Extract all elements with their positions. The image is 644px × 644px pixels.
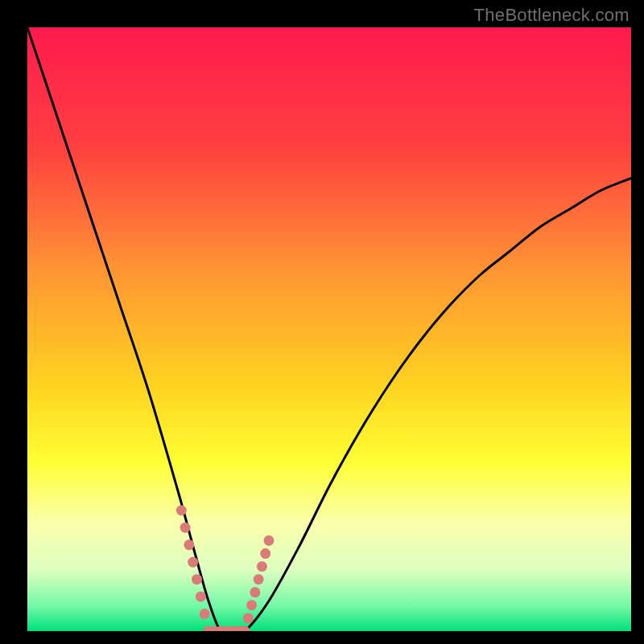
dot <box>184 539 194 550</box>
watermark-text: TheBottleneck.com <box>474 5 630 26</box>
dotted-overlay <box>176 506 275 632</box>
frame-bottom <box>0 631 644 644</box>
dot <box>257 561 267 572</box>
dot <box>260 548 270 559</box>
plot-area <box>27 27 631 631</box>
dot <box>176 506 187 516</box>
curve-layer <box>27 27 631 631</box>
bottleneck-curve <box>27 27 631 631</box>
dot <box>200 609 210 619</box>
frame-right <box>631 0 644 644</box>
dot <box>180 522 191 533</box>
dot <box>246 600 257 610</box>
dot <box>264 535 275 546</box>
dot <box>243 613 254 623</box>
dot <box>188 557 198 568</box>
dot <box>192 574 202 584</box>
dot <box>196 592 206 602</box>
dot <box>254 574 264 584</box>
dot <box>250 587 260 597</box>
frame-left <box>0 0 27 644</box>
